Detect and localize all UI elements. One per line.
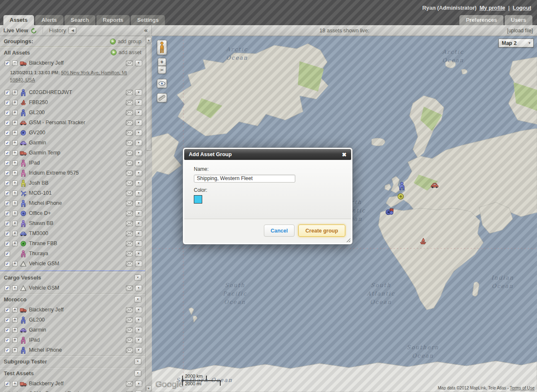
expand-toggle[interactable]: + bbox=[12, 241, 18, 246]
add-group-link[interactable]: add group bbox=[110, 39, 141, 44]
expand-toggle[interactable]: + bbox=[12, 211, 18, 216]
expand-toggle[interactable]: + bbox=[12, 381, 18, 387]
asset-name[interactable]: GV200 bbox=[29, 130, 124, 136]
asset-checkbox[interactable]: ✓ bbox=[5, 140, 10, 146]
asset-checkbox[interactable]: ✓ bbox=[5, 120, 10, 125]
asset-name[interactable]: GSM - Personal Tracker bbox=[29, 120, 124, 125]
asset-checkbox[interactable]: ✓ bbox=[5, 337, 10, 343]
asset-menu-button[interactable]: ▼ bbox=[135, 261, 142, 267]
map-marker-cluster-blue[interactable] bbox=[386, 207, 394, 215]
asset-name[interactable]: Josh BB bbox=[29, 180, 124, 186]
history-back-button[interactable]: ◀ bbox=[68, 27, 76, 34]
map-marker-person-blue[interactable] bbox=[398, 182, 406, 190]
asset-menu-button[interactable]: ▼ bbox=[135, 200, 142, 206]
expand-toggle[interactable]: − bbox=[12, 60, 18, 66]
asset-menu-button[interactable]: ▼ bbox=[135, 220, 142, 227]
asset-checkbox[interactable]: ✓ bbox=[5, 211, 10, 216]
add-asset-link[interactable]: add asset bbox=[111, 50, 141, 55]
group-menu-button[interactable]: ▼ bbox=[134, 358, 141, 365]
asset-checkbox[interactable]: ✓ bbox=[5, 180, 10, 186]
resize-handle[interactable] bbox=[346, 238, 350, 242]
asset-name[interactable]: Office D+ bbox=[29, 210, 124, 216]
asset-name[interactable]: FBB250 bbox=[29, 99, 124, 105]
asset-menu-button[interactable]: ▼ bbox=[135, 60, 142, 66]
asset-name[interactable]: IPad bbox=[29, 160, 124, 166]
message-icon[interactable] bbox=[126, 337, 133, 343]
message-icon[interactable] bbox=[126, 110, 133, 115]
asset-name[interactable]: Shawn BB bbox=[29, 220, 124, 226]
cancel-button[interactable]: Cancel bbox=[264, 225, 295, 237]
asset-name[interactable]: Vehicle GSM bbox=[29, 285, 124, 291]
group-menu-button[interactable]: ▼ bbox=[134, 296, 141, 303]
zoom-in-button[interactable]: + bbox=[158, 58, 166, 66]
asset-name[interactable]: Garmin Temp bbox=[29, 150, 124, 156]
expand-toggle[interactable]: + bbox=[12, 150, 18, 156]
asset-name[interactable]: Michel iPhone bbox=[29, 200, 124, 206]
terms-of-use-link[interactable]: Terms of Use bbox=[510, 386, 534, 390]
sidebar-scrollbar[interactable]: ▲ ▼ bbox=[145, 36, 152, 392]
asset-name[interactable]: Vehicle GSM bbox=[29, 261, 124, 267]
asset-menu-button[interactable]: ▼ bbox=[135, 180, 142, 186]
expand-toggle[interactable]: + bbox=[12, 170, 18, 176]
message-icon[interactable] bbox=[126, 160, 133, 166]
message-icon[interactable] bbox=[126, 201, 133, 206]
pegman-button[interactable] bbox=[157, 40, 167, 55]
expand-toggle[interactable]: + bbox=[12, 110, 18, 115]
asset-checkbox[interactable]: ✓ bbox=[5, 348, 10, 353]
asset-checkbox[interactable]: ✓ bbox=[5, 317, 10, 323]
asset-name[interactable]: Iridium Extreme 9575 bbox=[29, 170, 124, 176]
asset-name[interactable]: GL200 bbox=[29, 317, 124, 323]
map-marker-dot-yellow[interactable] bbox=[396, 192, 405, 201]
scroll-down-button[interactable]: ▼ bbox=[146, 385, 151, 391]
expand-toggle[interactable]: + bbox=[12, 307, 18, 313]
create-group-button[interactable]: Create group bbox=[298, 225, 345, 237]
asset-checkbox[interactable]: ✓ bbox=[5, 160, 10, 166]
message-icon[interactable] bbox=[126, 150, 133, 156]
expand-toggle[interactable]: + bbox=[12, 201, 18, 206]
asset-checkbox[interactable]: ✓ bbox=[5, 170, 10, 176]
message-icon[interactable] bbox=[126, 90, 133, 95]
group-menu-button[interactable]: ▼ bbox=[134, 370, 141, 376]
my-profile-link[interactable]: My profile bbox=[480, 5, 505, 11]
asset-checkbox[interactable]: ✓ bbox=[5, 110, 10, 115]
asset-checkbox[interactable]: ✓ bbox=[5, 327, 10, 333]
expand-toggle[interactable]: + bbox=[12, 348, 18, 353]
asset-menu-button[interactable]: ▼ bbox=[135, 210, 142, 217]
message-icon[interactable] bbox=[126, 348, 133, 353]
expand-toggle[interactable]: + bbox=[12, 130, 18, 136]
expand-toggle[interactable]: + bbox=[12, 317, 18, 323]
message-icon[interactable] bbox=[126, 221, 133, 226]
message-icon[interactable] bbox=[126, 180, 133, 186]
asset-checkbox[interactable]: ✓ bbox=[5, 381, 10, 387]
tab-reports[interactable]: Reports bbox=[96, 15, 130, 25]
scroll-thumb[interactable] bbox=[146, 44, 151, 151]
asset-name[interactable]: MCG-101 bbox=[29, 190, 124, 196]
message-icon[interactable] bbox=[126, 100, 133, 105]
tab-preferences[interactable]: Preferences bbox=[459, 15, 503, 25]
message-icon[interactable] bbox=[126, 381, 133, 387]
asset-menu-button[interactable]: ▼ bbox=[135, 140, 142, 146]
asset-name[interactable]: Blackberry Jeff bbox=[29, 60, 124, 66]
asset-name[interactable]: Thrane FBB bbox=[29, 240, 124, 246]
close-icon[interactable]: ✖ bbox=[342, 152, 347, 157]
visibility-button[interactable] bbox=[157, 79, 167, 88]
asset-checkbox[interactable]: ✓ bbox=[5, 251, 10, 256]
refresh-icon[interactable] bbox=[31, 28, 37, 34]
color-swatch[interactable] bbox=[194, 195, 202, 204]
asset-name[interactable]: Thuraya bbox=[29, 251, 124, 256]
asset-checkbox[interactable]: ✓ bbox=[5, 285, 10, 291]
asset-name[interactable]: IPad bbox=[29, 337, 124, 343]
asset-name[interactable]: C02GDHREDJWT bbox=[29, 89, 124, 95]
live-view-label[interactable]: Live View bbox=[3, 27, 28, 34]
message-icon[interactable] bbox=[126, 140, 133, 146]
message-icon[interactable] bbox=[126, 231, 133, 236]
asset-menu-button[interactable]: ▼ bbox=[135, 190, 142, 196]
asset-menu-button[interactable]: ▼ bbox=[135, 150, 142, 156]
asset-menu-button[interactable]: ▼ bbox=[135, 337, 142, 343]
asset-menu-button[interactable]: ▼ bbox=[135, 160, 142, 166]
tab-users[interactable]: Users bbox=[505, 15, 532, 25]
asset-menu-button[interactable]: ▼ bbox=[135, 381, 142, 387]
asset-name[interactable]: GL200 bbox=[29, 110, 124, 115]
asset-checkbox[interactable]: ✓ bbox=[5, 201, 10, 206]
asset-checkbox[interactable]: ✓ bbox=[5, 150, 10, 156]
